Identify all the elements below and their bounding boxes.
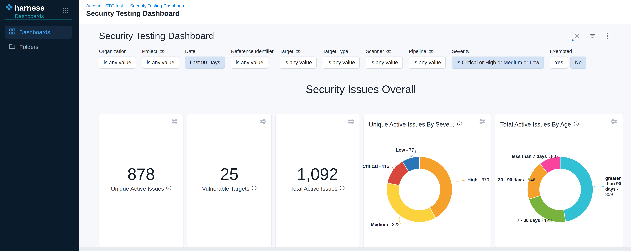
info-icon[interactable] bbox=[457, 121, 462, 128]
filter-group-scanner: Scanner is any value bbox=[366, 49, 403, 69]
filter-group-project: Project is any value bbox=[142, 49, 179, 69]
module-menu-icon[interactable] bbox=[62, 7, 68, 14]
close-icon[interactable] bbox=[574, 33, 580, 39]
chart-label-critical: Critical - 116 bbox=[362, 164, 389, 169]
filter-value-project[interactable]: is any value bbox=[142, 56, 179, 69]
logo-wordmark: harness bbox=[14, 3, 45, 12]
link-icon bbox=[296, 49, 300, 54]
stat-value: 878 bbox=[99, 165, 183, 184]
folder-icon bbox=[9, 43, 15, 50]
bottom-strip bbox=[79, 247, 631, 251]
breadcrumb: Account: STO test › Security Testing Das… bbox=[86, 3, 186, 8]
right-gutter bbox=[631, 24, 644, 251]
label-connector bbox=[594, 187, 604, 187]
dashboard-content: Security Testing Dashboard Or bbox=[79, 24, 631, 251]
dashboard-heading: Security Testing Dashboard bbox=[99, 30, 214, 41]
stat-card-unique-active-issues: 878 Unique Active Issues bbox=[99, 114, 183, 247]
filter-group-target: Target is any value bbox=[280, 49, 316, 69]
chart-title: Unique Active Issues By Seve... bbox=[369, 121, 462, 128]
exempted-yes-button[interactable]: Yes bbox=[550, 56, 568, 69]
label-connector bbox=[452, 180, 466, 181]
chart-label-low: Low - 77 bbox=[396, 147, 414, 153]
filter-icon[interactable] bbox=[590, 33, 595, 39]
sidebar: harness Dashboards Dashboards bbox=[0, 0, 79, 251]
exempted-no-button[interactable]: No bbox=[570, 56, 586, 69]
stat-label: Total Active Issues bbox=[276, 185, 360, 192]
sidebar-item-label: Dashboards bbox=[19, 29, 50, 35]
page-title: Security Testing Dashboard bbox=[86, 9, 180, 17]
filter-label: Date bbox=[185, 49, 225, 54]
filter-label: Target bbox=[280, 49, 316, 54]
filter-value-target[interactable]: is any value bbox=[280, 56, 316, 69]
filter-group-organization: Organization is any value bbox=[99, 49, 136, 69]
chart-label-greater-than-90-days: greater than 90 days - 359 bbox=[605, 176, 623, 197]
info-icon[interactable] bbox=[166, 185, 171, 192]
filter-value-target-type[interactable]: is any value bbox=[323, 56, 360, 69]
filter-value-organization[interactable]: is any value bbox=[99, 56, 136, 69]
filter-label: Pipeline bbox=[409, 49, 446, 54]
filter-group-date: Date Last 90 Days bbox=[185, 49, 225, 69]
filter-bar: Organization is any value Project is any… bbox=[99, 49, 586, 69]
filter-group-exempted: Exempted Yes No bbox=[550, 49, 586, 69]
breadcrumb-account-link[interactable]: Account: STO test bbox=[86, 3, 123, 8]
chart-label-7-30-days: 7 - 30 days - 173 bbox=[517, 218, 552, 223]
info-icon[interactable] bbox=[340, 185, 345, 192]
filter-value-reference-identifier[interactable]: is any value bbox=[231, 56, 268, 69]
chart-label-30-90-days: 30 - 90 days - 146 bbox=[498, 177, 536, 183]
filter-label: Reference Identifier bbox=[231, 49, 274, 54]
globe-icon[interactable] bbox=[348, 118, 354, 125]
globe-icon[interactable] bbox=[260, 118, 266, 125]
stat-value: 1,092 bbox=[276, 165, 360, 184]
sidebar-accent-divider bbox=[5, 19, 72, 20]
stat-value: 25 bbox=[187, 165, 271, 184]
info-icon[interactable] bbox=[574, 121, 579, 128]
breadcrumb-separator: › bbox=[126, 4, 128, 8]
chart-card-issues-by-severity: Unique Active Issues By Seve... High - 3… bbox=[364, 114, 491, 247]
kebab-menu-icon[interactable] bbox=[605, 33, 610, 39]
filter-value-scanner[interactable]: is any value bbox=[366, 56, 403, 69]
chart-label-less-than-7-days: less than 7 days - 80 bbox=[512, 154, 556, 159]
filter-group-target-type: Target Type is any value bbox=[323, 49, 360, 69]
filter-value-severity[interactable]: is Critical or High or Medium or Low bbox=[452, 56, 544, 69]
stat-card-vulnerable-targets: 25 Vulnerable Targets bbox=[187, 114, 272, 247]
blue-indicator-dot bbox=[572, 39, 574, 41]
globe-icon[interactable] bbox=[171, 118, 178, 125]
chart-label-high: High - 370 bbox=[468, 177, 489, 183]
link-icon bbox=[386, 49, 391, 54]
filter-label: Target Type bbox=[323, 49, 360, 54]
filter-label: Scanner bbox=[366, 49, 403, 54]
filter-value-pipeline[interactable]: is any value bbox=[409, 56, 446, 69]
info-icon[interactable] bbox=[252, 185, 257, 192]
app-root: harness Dashboards Dashboards bbox=[0, 0, 644, 251]
sidebar-item-dashboards[interactable]: Dashboards bbox=[5, 25, 72, 39]
filter-group-reference-identifier: Reference Identifier is any value bbox=[231, 49, 274, 69]
chart-title: Total Active Issues By Age bbox=[500, 121, 579, 128]
sidebar-item-label: Folders bbox=[19, 44, 38, 50]
filter-group-pipeline: Pipeline is any value bbox=[409, 49, 446, 69]
chart-card-issues-by-age: Total Active Issues By Age greater than … bbox=[495, 114, 623, 247]
chart-label-medium: Medium - 322 bbox=[371, 222, 400, 227]
stat-label: Vulnerable Targets bbox=[187, 185, 271, 192]
dashboard-toolbar bbox=[574, 33, 610, 39]
topbar: Account: STO test › Security Testing Das… bbox=[79, 0, 644, 24]
dashboards-icon bbox=[9, 28, 15, 36]
breadcrumb-current-link[interactable]: Security Testing Dashboard bbox=[130, 3, 186, 8]
stat-card-total-active-issues: 1,092 Total Active Issues bbox=[275, 114, 360, 247]
filter-label: Exempted bbox=[550, 49, 586, 54]
product-label: Dashboards bbox=[15, 13, 44, 19]
exempted-options: Yes No bbox=[550, 56, 586, 69]
sidebar-item-folders[interactable]: Folders bbox=[5, 40, 72, 53]
donut-slice-high[interactable] bbox=[420, 157, 452, 218]
filter-label: Organization bbox=[99, 49, 136, 54]
donut-slice-medium[interactable] bbox=[387, 183, 436, 222]
cards-row: 878 Unique Active Issues 25 Vulnerable T… bbox=[99, 114, 623, 247]
link-icon bbox=[160, 49, 164, 54]
filter-label: Project bbox=[142, 49, 179, 54]
donut-slice-greater-than-90-days[interactable] bbox=[560, 157, 593, 222]
link-icon bbox=[428, 49, 434, 54]
filter-group-severity: Severity is Critical or High or Medium o… bbox=[452, 49, 544, 69]
filter-label: Severity bbox=[452, 49, 544, 54]
stat-label: Unique Active Issues bbox=[99, 185, 183, 192]
filter-value-date[interactable]: Last 90 Days bbox=[185, 56, 225, 69]
section-title: Security Issues Overall bbox=[99, 83, 623, 96]
